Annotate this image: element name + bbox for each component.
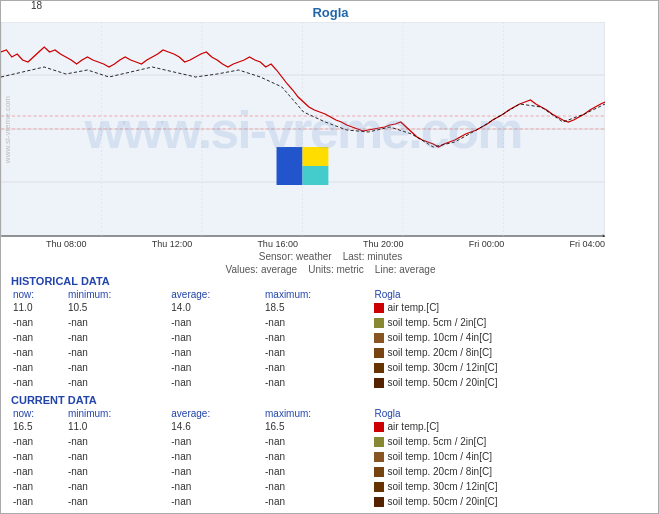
hist-color-box-0 xyxy=(374,303,384,313)
si-vreme-watermark: www.si-vreme.com xyxy=(3,22,12,237)
chart-plot: www.si-vreme.com xyxy=(1,22,605,237)
curr-now-2: -nan xyxy=(11,449,66,464)
hist-label-1: soil temp. 5cm / 2in[C] xyxy=(372,315,650,330)
historical-row-3: -nan -nan -nan -nan soil temp. 20cm / 8i… xyxy=(11,345,650,360)
curr-min-3: -nan xyxy=(66,464,169,479)
curr-color-box-4 xyxy=(374,482,384,492)
hist-min-4: -nan xyxy=(66,360,169,375)
hist-now-4: -nan xyxy=(11,360,66,375)
curr-avg-4: -nan xyxy=(169,479,263,494)
curr-avg-0: 14.6 xyxy=(169,419,263,434)
hist-label-4: soil temp. 30cm / 12in[C] xyxy=(372,360,650,375)
svg-rect-16 xyxy=(277,147,303,185)
historical-table: now: minimum: average: maximum: Rogla 11… xyxy=(11,289,650,390)
current-row-1: -nan -nan -nan -nan soil temp. 5cm / 2in… xyxy=(11,434,650,449)
hist-min-5: -nan xyxy=(66,375,169,390)
x-label-0: Thu 08:00 xyxy=(46,239,87,249)
curr-color-box-2 xyxy=(374,452,384,462)
hist-min-0: 10.5 xyxy=(66,300,169,315)
curr-label-0: air temp.[C] xyxy=(372,419,650,434)
curr-max-4: -nan xyxy=(263,479,372,494)
hist-avg-0: 14.0 xyxy=(169,300,263,315)
x-label-1: Thu 12:00 xyxy=(152,239,193,249)
historical-row-1: -nan -nan -nan -nan soil temp. 5cm / 2in… xyxy=(11,315,650,330)
current-col-headers: now: minimum: average: maximum: Rogla xyxy=(11,408,650,419)
chart-area: Rogla 18 16 14 12 www.si-vreme.com xyxy=(1,1,659,271)
historical-row-2: -nan -nan -nan -nan soil temp. 10cm / 4i… xyxy=(11,330,650,345)
curr-label-2: soil temp. 10cm / 4in[C] xyxy=(372,449,650,464)
historical-row-5: -nan -nan -nan -nan soil temp. 50cm / 20… xyxy=(11,375,650,390)
curr-avg-1: -nan xyxy=(169,434,263,449)
hist-max-3: -nan xyxy=(263,345,372,360)
hist-max-4: -nan xyxy=(263,360,372,375)
hist-color-box-1 xyxy=(374,318,384,328)
curr-col-rogla: Rogla xyxy=(372,408,650,419)
current-row-2: -nan -nan -nan -nan soil temp. 10cm / 4i… xyxy=(11,449,650,464)
hist-avg-1: -nan xyxy=(169,315,263,330)
hist-color-box-2 xyxy=(374,333,384,343)
curr-now-3: -nan xyxy=(11,464,66,479)
current-row-4: -nan -nan -nan -nan soil temp. 30cm / 12… xyxy=(11,479,650,494)
hist-label-0: air temp.[C] xyxy=(372,300,650,315)
curr-min-4: -nan xyxy=(66,479,169,494)
hist-now-1: -nan xyxy=(11,315,66,330)
curr-min-1: -nan xyxy=(66,434,169,449)
curr-col-min: minimum: xyxy=(66,408,169,419)
curr-label-3: soil temp. 20cm / 8in[C] xyxy=(372,464,650,479)
curr-col-avg: average: xyxy=(169,408,263,419)
curr-avg-5: -nan xyxy=(169,494,263,509)
svg-rect-0 xyxy=(1,22,605,237)
hist-color-box-4 xyxy=(374,363,384,373)
svg-rect-17 xyxy=(302,147,328,166)
curr-col-max: maximum: xyxy=(263,408,372,419)
hist-avg-2: -nan xyxy=(169,330,263,345)
chart-subtitle-1: Sensor: weather Last: minutes xyxy=(1,251,659,262)
svg-rect-18 xyxy=(302,166,328,185)
data-section: HISTORICAL DATA now: minimum: average: m… xyxy=(1,271,659,514)
right-margin xyxy=(605,22,659,237)
x-label-3: Thu 20:00 xyxy=(363,239,404,249)
curr-label-1: soil temp. 5cm / 2in[C] xyxy=(372,434,650,449)
page-wrapper: Rogla 18 16 14 12 www.si-vreme.com xyxy=(1,1,659,514)
x-label-5: Fri 04:00 xyxy=(569,239,605,249)
current-tbody: 16.5 11.0 14.6 16.5 air temp.[C] -nan -n… xyxy=(11,419,650,509)
chart-subtitle-2: Values: average Units: metric Line: aver… xyxy=(1,264,659,275)
chart-title: Rogla xyxy=(1,1,659,22)
curr-avg-2: -nan xyxy=(169,449,263,464)
x-axis: Thu 08:00 Thu 12:00 Thu 16:00 Thu 20:00 … xyxy=(46,237,605,249)
historical-col-headers: now: minimum: average: maximum: Rogla xyxy=(11,289,650,300)
hist-label-3: soil temp. 20cm / 8in[C] xyxy=(372,345,650,360)
curr-label-5: soil temp. 50cm / 20in[C] xyxy=(372,494,650,509)
hist-color-box-3 xyxy=(374,348,384,358)
curr-color-box-5 xyxy=(374,497,384,507)
curr-color-box-0 xyxy=(374,422,384,432)
curr-max-3: -nan xyxy=(263,464,372,479)
curr-color-box-1 xyxy=(374,437,384,447)
current-row-3: -nan -nan -nan -nan soil temp. 20cm / 8i… xyxy=(11,464,650,479)
x-label-2: Thu 16:00 xyxy=(257,239,298,249)
curr-color-box-3 xyxy=(374,467,384,477)
curr-col-now: now: xyxy=(11,408,66,419)
hist-now-3: -nan xyxy=(11,345,66,360)
hist-now-2: -nan xyxy=(11,330,66,345)
curr-now-5: -nan xyxy=(11,494,66,509)
curr-max-1: -nan xyxy=(263,434,372,449)
hist-max-0: 18.5 xyxy=(263,300,372,315)
hist-now-0: 11.0 xyxy=(11,300,66,315)
hist-min-3: -nan xyxy=(66,345,169,360)
hist-avg-5: -nan xyxy=(169,375,263,390)
hist-avg-4: -nan xyxy=(169,360,263,375)
hist-col-max: maximum: xyxy=(263,289,372,300)
hist-min-1: -nan xyxy=(66,315,169,330)
curr-max-0: 16.5 xyxy=(263,419,372,434)
hist-color-box-5 xyxy=(374,378,384,388)
historical-tbody: 11.0 10.5 14.0 18.5 air temp.[C] -nan -n… xyxy=(11,300,650,390)
hist-avg-3: -nan xyxy=(169,345,263,360)
y-label-18: 18 xyxy=(31,1,42,11)
curr-min-0: 11.0 xyxy=(66,419,169,434)
curr-min-2: -nan xyxy=(66,449,169,464)
curr-min-5: -nan xyxy=(66,494,169,509)
hist-col-avg: average: xyxy=(169,289,263,300)
curr-avg-3: -nan xyxy=(169,464,263,479)
hist-max-2: -nan xyxy=(263,330,372,345)
